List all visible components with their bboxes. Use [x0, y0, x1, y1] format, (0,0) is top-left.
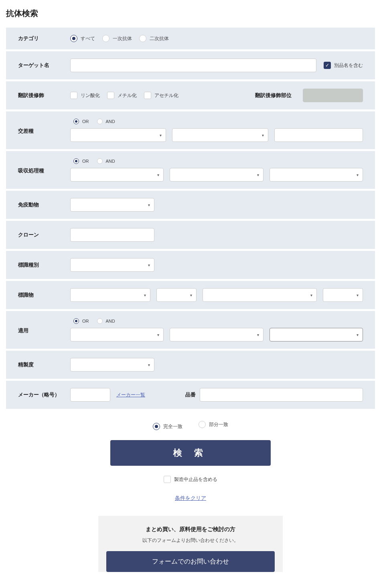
select-immunogen[interactable]: ▾ [70, 198, 154, 212]
radio-cross-and[interactable]: AND [97, 119, 115, 124]
label-category: カテゴリ [18, 35, 70, 42]
label-labeltype: 標識種別 [18, 261, 70, 269]
chevron-down-icon: ▾ [357, 333, 359, 337]
check-acetyl[interactable]: アセチル化 [144, 92, 178, 99]
radio-label-cross-or: OR [82, 119, 89, 124]
check-label-alias: 別品名を含む [334, 62, 363, 69]
radio-category-primary[interactable]: 一次抗体 [102, 35, 132, 42]
label-ptm-site: 翻訳後修飾部位 [255, 92, 292, 99]
chevron-down-icon: ▾ [148, 363, 150, 367]
link-maker-list[interactable]: メーカー一覧 [116, 392, 145, 398]
chevron-down-icon: ▾ [157, 173, 159, 177]
radio-label-secondary: 二次抗体 [150, 35, 169, 42]
select-labelsub-4[interactable]: ▾ [323, 288, 363, 302]
radio-label-exact: 完全一致 [163, 423, 182, 430]
row-category: カテゴリ すべて 一次抗体 二次抗体 [6, 28, 375, 49]
page-title: 抗体検索 [6, 8, 375, 19]
radio-cross-or[interactable]: OR [73, 119, 89, 124]
row-absorb: 吸収処理種 OR AND ▾ ▾ ▾ [6, 151, 375, 189]
check-methyl[interactable]: メチル化 [107, 92, 137, 99]
inquiry-button[interactable]: フォームでのお問い合わせ [106, 551, 275, 572]
select-cross-2[interactable]: ▾ [172, 128, 268, 142]
label-target: ターゲット名 [18, 62, 70, 69]
row-target: ターゲット名 ✓ 別品名を含む [6, 51, 375, 79]
select-app-2[interactable]: ▾ [170, 328, 263, 341]
select-app-3[interactable]: ▾ [270, 328, 363, 341]
select-absorb-2[interactable]: ▾ [170, 168, 263, 182]
search-button[interactable]: 検 索 [110, 440, 271, 466]
label-ptm: 翻訳後修飾 [18, 92, 70, 99]
chevron-down-icon: ▾ [160, 133, 162, 137]
row-immunogen: 免疫動物 ▾ [6, 191, 375, 219]
row-purity: 精製度 ▾ [6, 351, 375, 379]
radio-category-all[interactable]: すべて [70, 35, 95, 42]
select-labelsub-2[interactable]: ▾ [156, 288, 197, 302]
radio-match-exact[interactable]: 完全一致 [153, 423, 182, 430]
select-absorb-1[interactable]: ▾ [70, 168, 164, 182]
radio-category-secondary[interactable]: 二次抗体 [139, 35, 169, 42]
chevron-down-icon: ▾ [310, 293, 312, 297]
select-absorb-3[interactable]: ▾ [270, 168, 363, 182]
check-include-alias[interactable]: ✓ 別品名を含む [324, 62, 363, 69]
radio-label-partial: 部分一致 [209, 421, 228, 428]
label-cross: 交差種 [18, 119, 70, 135]
row-maker: メーカー（略号） メーカー一覧 品番 [6, 381, 375, 409]
inquiry-box: まとめ買い、原料使用をご検討の方 以下のフォームよりお問い合わせください。 フォ… [98, 516, 283, 572]
row-labeltype: 標識種別 ▾ [6, 251, 375, 279]
check-label-methyl: メチル化 [118, 92, 137, 99]
input-clone[interactable] [70, 228, 154, 242]
check-label-acetyl: アセチル化 [154, 92, 178, 99]
input-ptm-site [303, 89, 363, 102]
radio-label-cross-and: AND [106, 119, 115, 124]
chevron-down-icon: ▾ [257, 173, 259, 177]
chevron-down-icon: ▾ [190, 293, 192, 297]
chevron-down-icon: ▾ [357, 293, 359, 297]
row-application: 適用 OR AND ▾ ▾ ▾ [6, 311, 375, 349]
chevron-down-icon: ▾ [262, 133, 264, 137]
radio-label-primary: 一次抗体 [113, 35, 132, 42]
check-label-phospho: リン酸化 [81, 92, 100, 99]
link-clear[interactable]: 条件をクリア [6, 495, 375, 502]
select-app-1[interactable]: ▾ [70, 328, 164, 341]
check-discontinued[interactable]: 製造中止品を含める [164, 476, 217, 483]
input-partno[interactable] [200, 388, 363, 402]
chevron-down-icon: ▾ [148, 263, 150, 267]
radio-label-app-and: AND [106, 319, 115, 323]
label-clone: クローン [18, 231, 70, 238]
input-cross-3[interactable] [274, 128, 363, 142]
chevron-down-icon: ▾ [148, 203, 150, 207]
select-labelsub-3[interactable]: ▾ [203, 288, 317, 302]
row-discontinued: 製造中止品を含める [6, 476, 375, 485]
radio-label-absorb-or: OR [82, 159, 89, 164]
select-purity[interactable]: ▾ [70, 358, 154, 372]
chevron-down-icon: ▾ [357, 173, 359, 177]
label-maker: メーカー（略号） [18, 391, 70, 398]
input-target[interactable] [70, 59, 316, 72]
inquiry-sub: 以下のフォームよりお問い合わせください。 [106, 537, 275, 544]
label-application: 適用 [18, 318, 70, 334]
row-ptm: 翻訳後修飾 リン酸化 メチル化 アセチル化 翻訳後修飾部位 [6, 81, 375, 109]
label-purity: 精製度 [18, 361, 70, 368]
radio-label-app-or: OR [82, 319, 89, 323]
input-maker[interactable] [70, 388, 110, 402]
check-phospho[interactable]: リン酸化 [70, 92, 100, 99]
radio-app-and[interactable]: AND [97, 318, 115, 324]
radio-absorb-and[interactable]: AND [97, 158, 115, 164]
select-labelsub-1[interactable]: ▾ [70, 288, 150, 302]
select-labeltype[interactable]: ▾ [70, 258, 154, 272]
row-match: 完全一致 部分一致 [6, 421, 375, 430]
chevron-down-icon: ▾ [157, 333, 159, 337]
chevron-down-icon: ▾ [144, 293, 146, 297]
inquiry-title: まとめ買い、原料使用をご検討の方 [106, 526, 275, 533]
radio-label-absorb-and: AND [106, 159, 115, 164]
row-cross: 交差種 OR AND ▾ ▾ [6, 111, 375, 149]
radio-label-all: すべて [81, 35, 95, 42]
radio-match-partial[interactable]: 部分一致 [199, 421, 228, 428]
row-labelsub: 標識物 ▾ ▾ ▾ ▾ [6, 281, 375, 309]
chevron-down-icon: ▾ [257, 333, 259, 337]
radio-app-or[interactable]: OR [73, 318, 89, 324]
radio-absorb-or[interactable]: OR [73, 158, 89, 164]
row-clone: クローン [6, 221, 375, 249]
select-cross-1[interactable]: ▾ [70, 128, 166, 142]
label-partno: 品番 [185, 391, 196, 398]
